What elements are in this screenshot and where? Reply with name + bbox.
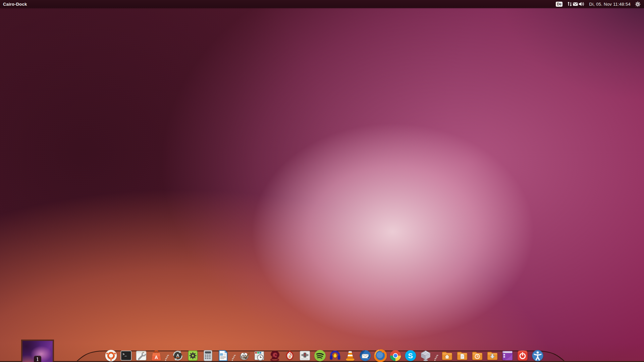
workspace-switcher-thumbnail[interactable]: 1 — [21, 340, 54, 362]
dock-item-folder-downloads[interactable] — [486, 349, 499, 362]
session-menu[interactable] — [635, 1, 641, 7]
vlc-cone-icon — [344, 349, 357, 362]
dock-item-folder-recent[interactable] — [471, 349, 484, 362]
system-tray: De Di, 05. Nov 11:48:54 — [556, 1, 644, 7]
dock-item-audacious[interactable] — [329, 349, 341, 362]
dock-item-chrome[interactable] — [389, 349, 402, 362]
dock-item-video-editor[interactable] — [253, 349, 266, 362]
network-arrows-icon[interactable] — [567, 1, 573, 7]
accessibility-person-icon — [531, 349, 544, 362]
dock-item-virtualbox[interactable] — [419, 349, 432, 362]
dock-item-cairo-dock[interactable] — [268, 349, 281, 362]
ubuntu-logo-icon — [105, 349, 117, 362]
volume-speaker-icon[interactable] — [578, 1, 585, 7]
keyboard-layout-indicator[interactable]: De — [556, 2, 562, 7]
svg-text:A: A — [155, 355, 158, 360]
desktop: { "menubar": { "title": "Cairo-Dock", "t… — [0, 0, 644, 362]
folder-documents-icon — [456, 349, 469, 362]
tray-icons — [567, 1, 585, 7]
dock-item-thunderbird[interactable] — [359, 349, 372, 362]
flame-icon — [283, 349, 296, 362]
dock-item-vlc[interactable] — [344, 349, 357, 362]
dock-item-show-desktop[interactable] — [501, 349, 514, 362]
top-menubar: Cairo-Dock De Di, 05. Nov 11:48:54 — [0, 0, 644, 8]
dock-separator-2 — [232, 349, 236, 362]
dock-item-terminal[interactable]: >_>_ — [120, 349, 132, 362]
dock-item-system-settings[interactable] — [135, 349, 148, 362]
dock-item-shutdown[interactable] — [516, 349, 529, 362]
dock-item-ubuntu-green-app[interactable] — [186, 349, 199, 362]
power-button-icon — [516, 349, 529, 362]
dock-item-gimp[interactable] — [238, 349, 251, 362]
gimp-wilber-icon — [238, 349, 251, 362]
folder-recent-icon — [471, 349, 484, 362]
window-wrench-icon — [135, 349, 148, 362]
thunderbird-icon — [359, 349, 372, 362]
dock-item-flame-app[interactable] — [283, 349, 296, 362]
dock-item-firefox[interactable] — [374, 349, 387, 362]
dock-item-ubuntu-home[interactable] — [105, 349, 117, 362]
workspace-number-badge: 1 — [34, 356, 41, 362]
terminal-icon: >_ — [120, 349, 132, 362]
green-tablet-gear-icon — [186, 349, 199, 362]
dock-separator-1 — [165, 349, 169, 362]
virtualbox-cube-icon — [419, 349, 432, 362]
dock-item-folder-home[interactable] — [441, 349, 453, 362]
dock-item-folder-documents[interactable] — [456, 349, 469, 362]
spotify-icon — [314, 349, 326, 362]
dock-item-accessibility[interactable] — [531, 349, 544, 362]
cairo-dock: >_>_AAAASS — [105, 342, 544, 362]
clapper-clock-icon — [253, 349, 266, 362]
skype-icon: S — [404, 349, 417, 362]
calculator-icon — [202, 349, 214, 362]
dock-item-software-updater[interactable]: AA — [171, 349, 184, 362]
svg-text:A: A — [176, 353, 179, 358]
dock-item-calculator[interactable] — [202, 349, 214, 362]
svg-text:S: S — [408, 352, 413, 360]
writer-document-icon — [217, 349, 229, 362]
dock-item-software-center[interactable]: AA — [150, 349, 163, 362]
folder-home-icon — [441, 349, 453, 362]
dock-item-skype[interactable]: SS — [404, 349, 417, 362]
dock-item-audio-mixer[interactable] — [299, 349, 311, 362]
dock-item-libreoffice-writer[interactable] — [217, 349, 229, 362]
chrome-icon — [389, 349, 402, 362]
cairo-swirl-icon — [268, 349, 281, 362]
svg-text:>_: >_ — [122, 352, 127, 356]
mail-envelope-icon[interactable] — [573, 1, 578, 7]
firefox-icon — [374, 349, 387, 362]
purple-desktop-icon — [501, 349, 514, 362]
software-center-bag-icon: A — [150, 349, 163, 362]
folder-downloads-icon — [486, 349, 499, 362]
mixer-fader-icon — [299, 349, 311, 362]
software-updater-icon: A — [171, 349, 184, 362]
active-window-title: Cairo-Dock — [0, 2, 27, 7]
dock-separator-3 — [434, 349, 438, 362]
dock-item-spotify[interactable] — [314, 349, 326, 362]
headphones-flame-icon — [329, 349, 341, 362]
clock-indicator[interactable]: Di, 05. Nov 11:48:54 — [589, 2, 631, 7]
